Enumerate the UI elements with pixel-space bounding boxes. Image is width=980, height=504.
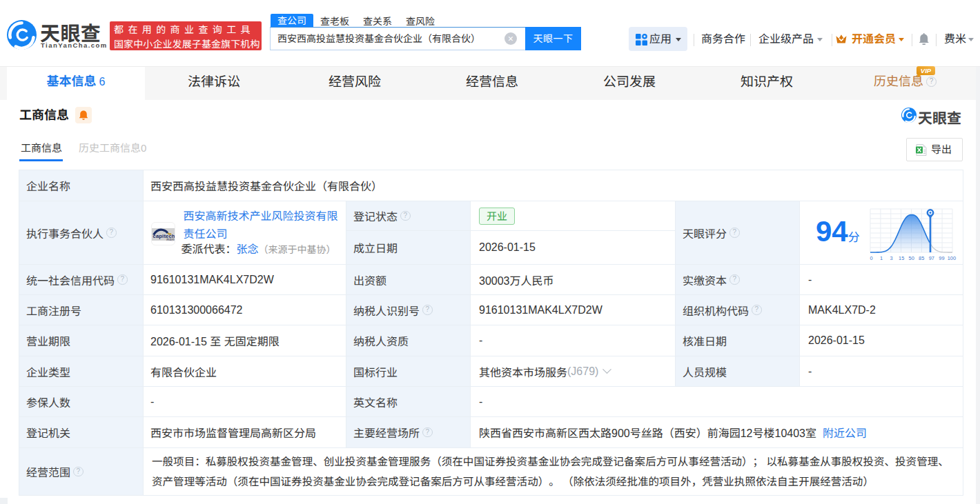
svg-text:15: 15 bbox=[899, 255, 904, 261]
svg-text:VIP: VIP bbox=[921, 67, 932, 74]
svg-text:99: 99 bbox=[939, 255, 944, 261]
svg-text:97: 97 bbox=[929, 255, 934, 261]
svg-text:0: 0 bbox=[870, 255, 872, 261]
svg-text:100: 100 bbox=[948, 255, 956, 261]
svg-text:西高投: 西高投 bbox=[166, 237, 175, 241]
svg-text:50: 50 bbox=[909, 255, 914, 261]
svg-text:85: 85 bbox=[919, 255, 924, 261]
svg-text:3: 3 bbox=[890, 255, 893, 261]
svg-text:1: 1 bbox=[880, 255, 883, 261]
